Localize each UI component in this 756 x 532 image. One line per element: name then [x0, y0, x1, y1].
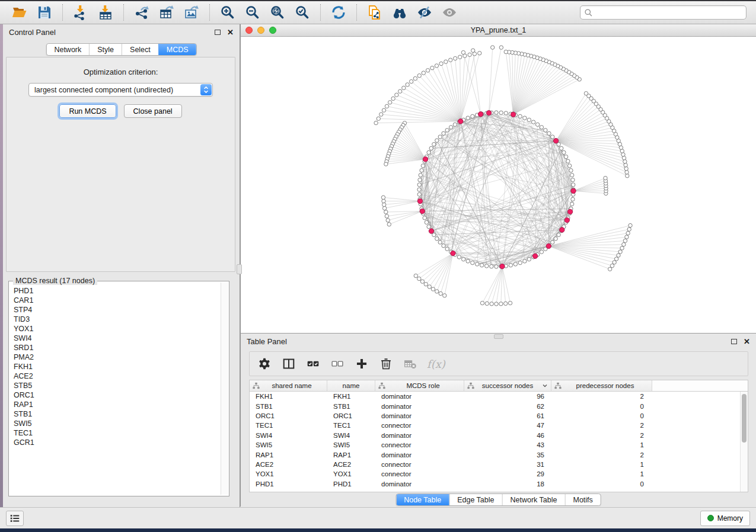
search-networks-button[interactable]: [388, 3, 411, 22]
table-settings-button[interactable]: [257, 357, 272, 371]
table-row[interactable]: SWI5SWI5connector431: [250, 440, 740, 450]
graph-node[interactable]: [610, 264, 614, 267]
graph-node[interactable]: [449, 126, 452, 129]
mcds-result-item[interactable]: STB5: [14, 381, 220, 390]
mcds-result-item[interactable]: GCR1: [14, 438, 220, 447]
graph-node[interactable]: [613, 261, 616, 264]
graph-node[interactable]: [495, 111, 498, 114]
graph-node[interactable]: [495, 265, 498, 268]
graph-node[interactable]: [547, 132, 551, 135]
tab-motifs[interactable]: Motifs: [564, 494, 600, 505]
mcds-result-item[interactable]: STB1: [14, 409, 220, 419]
graph-node[interactable]: [374, 121, 378, 124]
column-header-predecessor-nodes[interactable]: predecessor nodes: [551, 380, 652, 391]
export-network-button[interactable]: [130, 3, 153, 22]
graph-node[interactable]: [480, 263, 483, 267]
mcds-result-item[interactable]: SWI4: [14, 334, 220, 343]
search-box[interactable]: [580, 5, 747, 20]
export-table-button[interactable]: [155, 3, 178, 22]
graph-node[interactable]: [504, 111, 508, 115]
graph-node[interactable]: [495, 302, 498, 306]
graph-node-mcds[interactable]: [451, 251, 455, 255]
mcds-result-item[interactable]: SRD1: [14, 343, 220, 352]
close-panel-icon[interactable]: ✕: [227, 28, 234, 36]
graph-node[interactable]: [623, 239, 627, 242]
graph-node[interactable]: [571, 197, 575, 201]
table-scrollbar[interactable]: [740, 392, 748, 492]
graph-node[interactable]: [439, 62, 443, 65]
mcds-result-item[interactable]: PHD1: [14, 286, 220, 296]
graph-node[interactable]: [560, 146, 563, 150]
graph-node[interactable]: [417, 193, 421, 196]
graph-node[interactable]: [569, 168, 573, 172]
graph-node[interactable]: [604, 176, 607, 180]
graph-node[interactable]: [428, 285, 431, 289]
graph-node[interactable]: [419, 173, 422, 177]
graph-node[interactable]: [551, 241, 554, 244]
graph-node[interactable]: [523, 259, 527, 263]
graph-node[interactable]: [466, 116, 470, 120]
minimize-window-icon[interactable]: [257, 27, 264, 34]
search-input[interactable]: [595, 8, 742, 17]
open-file-button[interactable]: [8, 3, 31, 22]
graph-node[interactable]: [527, 118, 531, 121]
graph-node[interactable]: [523, 116, 527, 120]
graph-node-mcds[interactable]: [553, 138, 558, 143]
graph-node[interactable]: [384, 162, 388, 166]
mcds-result-item[interactable]: ACE2: [14, 371, 220, 381]
graph-node[interactable]: [423, 216, 426, 220]
graph-node[interactable]: [385, 104, 388, 108]
table-row[interactable]: SWI4SWI4dominator462: [250, 431, 740, 440]
graph-node-mcds[interactable]: [423, 157, 428, 162]
mcds-result-item[interactable]: TEC1: [14, 428, 220, 438]
table-row[interactable]: PHD1PHD1dominator180: [250, 479, 740, 489]
graph-node-mcds[interactable]: [417, 198, 422, 203]
graph-node[interactable]: [466, 259, 470, 263]
graph-node[interactable]: [504, 50, 508, 53]
graph-node[interactable]: [622, 242, 626, 246]
mcds-result-item[interactable]: YOX1: [14, 324, 220, 334]
graph-node[interactable]: [382, 199, 385, 203]
mcds-result-item[interactable]: CAR1: [14, 296, 220, 305]
graph-node[interactable]: [551, 135, 554, 139]
column-header-shared-name[interactable]: shared name: [250, 380, 327, 391]
graph-node[interactable]: [566, 159, 570, 163]
graph-node[interactable]: [567, 164, 571, 168]
graph-node[interactable]: [627, 227, 631, 231]
column-header-name[interactable]: name: [327, 380, 375, 391]
graph-node[interactable]: [442, 132, 445, 135]
vertical-splitter-grip[interactable]: [237, 264, 242, 274]
graph-node[interactable]: [382, 108, 385, 112]
graph-node-mcds[interactable]: [429, 229, 433, 233]
graph-node[interactable]: [624, 163, 627, 166]
graph-node[interactable]: [439, 291, 442, 295]
graph-node[interactable]: [457, 255, 461, 259]
graph-node[interactable]: [499, 302, 503, 306]
graph-node[interactable]: [421, 164, 425, 168]
graph-node[interactable]: [527, 257, 531, 261]
graph-node[interactable]: [429, 146, 433, 150]
graph-node[interactable]: [485, 264, 489, 268]
graph-node[interactable]: [540, 126, 543, 129]
import-table-button[interactable]: [94, 3, 117, 22]
show-all-button[interactable]: [438, 3, 461, 22]
graph-node[interactable]: [620, 246, 624, 250]
graph-node[interactable]: [629, 223, 632, 227]
graph-node[interactable]: [417, 183, 421, 187]
graph-node[interactable]: [623, 159, 627, 163]
graph-node[interactable]: [384, 210, 388, 214]
run-mcds-button[interactable]: Run MCDS: [59, 104, 116, 118]
refresh-layout-button[interactable]: [327, 3, 350, 22]
graph-node-mcds[interactable]: [532, 254, 537, 258]
tab-style[interactable]: Style: [89, 44, 122, 55]
graph-node[interactable]: [435, 290, 439, 293]
graph-node[interactable]: [426, 69, 429, 72]
tab-mcds[interactable]: MCDS: [158, 44, 196, 55]
table-row[interactable]: ACE2ACE2connector311: [250, 460, 740, 469]
optimization-criterion-select[interactable]: largest connected component (undirected): [28, 83, 213, 97]
table-row[interactable]: RAP1RAP1dominator352: [250, 450, 740, 459]
graph-node[interactable]: [413, 76, 417, 80]
deselect-all-rows-button[interactable]: [330, 357, 344, 371]
mcds-result-item[interactable]: PMA2: [14, 352, 220, 362]
graph-node[interactable]: [377, 117, 380, 120]
